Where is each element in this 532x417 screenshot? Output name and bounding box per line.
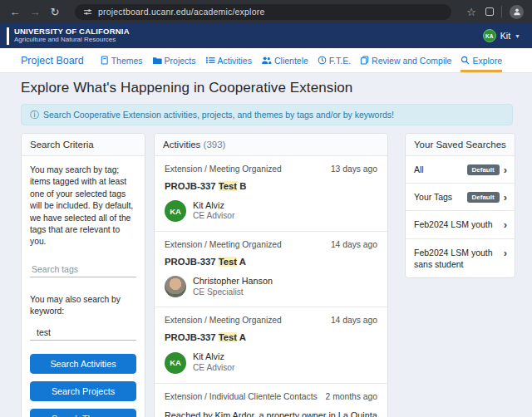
activity-title[interactable]: PROJB-337 Test A [165,257,377,267]
saved-search-all[interactable]: All Default › [406,156,515,184]
people-icon [261,56,272,65]
avatar-photo [165,276,186,297]
browser-forward-button[interactable]: → [28,7,42,17]
tab-fte[interactable]: F.T.E. [318,48,351,72]
browser-toolbar: ← → ↻ projectboard.ucanr.edu/academic/ex… [0,0,532,23]
browser-profile-icon[interactable] [510,5,524,19]
activity-category: Extension / Meeting Organized [165,164,282,174]
app-navbar: Project Board Themes Projects Activities… [0,48,532,73]
info-icon: ⓘ [30,110,39,120]
search-tags-input[interactable] [30,262,136,277]
keyword-input[interactable] [30,325,136,341]
user-menu[interactable]: KA Kit ▼ [483,29,520,42]
browser-refresh-button[interactable]: ↻ [48,7,62,17]
org-subtitle: Agriculture and Natural Resources [14,37,130,44]
avatar: KA [165,352,186,374]
activity-time: 14 days ago [331,316,377,325]
person-role: CE Specialist [193,287,273,298]
copy-icon [360,56,369,65]
search-projects-button[interactable]: Search Projects [30,381,136,401]
site-settings-icon[interactable] [83,7,92,17]
search-icon [461,56,470,65]
tab-review-and-compile[interactable]: Review and Compile [360,48,451,72]
highlighted-term: Test [219,181,237,191]
tab-themes[interactable]: Themes [100,48,143,72]
clock-icon [318,56,327,65]
activity-body: Reached by Kim Ardor, a property owner i… [165,409,377,417]
search-activities-button[interactable]: Search Activities [30,354,136,374]
person-role: CE Advisor [193,211,234,222]
activity-category: Extension / Individual Clientele Contact… [165,392,318,401]
person-name: Kit Alviz [193,200,234,211]
chevron-down-icon: ▼ [515,33,520,39]
user-name: Kit [500,31,510,41]
default-badge: Default [467,164,500,175]
user-avatar[interactable]: KA [483,29,496,42]
saved-search-item[interactable]: Feb2024 LSM youth › [406,211,515,238]
activity-title[interactable]: PROJB-337 Test B [165,181,377,191]
activity-item[interactable]: Extension / Meeting Organized 14 days ag… [155,307,387,383]
highlighted-term: Test [219,257,237,267]
person-name: Kit Alviz [193,351,234,362]
chevron-right-icon: › [504,219,507,230]
browser-back-button[interactable]: ← [8,7,22,17]
chevron-right-icon: › [504,248,507,258]
saved-searches-header: Your Saved Searches [406,134,515,156]
search-criteria-header: Search Criteria [22,134,145,156]
site-header: UNIVERSITY OF CALIFORNIA Agriculture and… [0,23,532,48]
brand-project-board[interactable]: Project Board [21,48,84,72]
tag-search-help-text: You may search by tag; items tagged with… [30,164,136,248]
chevron-right-icon: › [504,164,507,175]
tab-activities[interactable]: Activities [205,48,252,72]
search-themes-button[interactable]: Search Themes [30,409,136,417]
folder-icon [152,56,162,65]
activities-count: (393) [204,140,226,150]
keyword-help-text: You may also search by keyword: [30,294,136,318]
activity-item[interactable]: Extension / Individual Clientele Contact… [155,384,387,417]
bookmark-star-icon[interactable]: ☆ [465,7,478,17]
tab-projects[interactable]: Projects [152,48,196,72]
ucanr-logo-bar [7,27,9,45]
activity-category: Extension / Meeting Organized [165,316,282,325]
saved-searches-panel: Your Saved Searches All Default › Your T… [405,133,515,278]
info-alert: ⓘ Search Cooperative Extension activitie… [21,104,513,125]
activity-time: 13 days ago [331,164,377,174]
activities-panel: Activities (393) Extension / Meeting Org… [154,133,388,417]
list-icon [205,56,215,65]
journal-icon [100,56,109,65]
address-bar[interactable]: projectboard.ucanr.edu/academic/explore [75,4,451,20]
activity-time: 14 days ago [331,240,377,249]
tab-clientele[interactable]: Clientele [261,48,308,72]
toolbar-divider [501,6,502,17]
ucanr-logo: UNIVERSITY OF CALIFORNIA Agriculture and… [14,27,130,44]
info-alert-text: Search Cooperative Extension activities,… [43,110,394,120]
url-text: projectboard.ucanr.edu/academic/explore [98,7,264,17]
saved-search-item[interactable]: Feb2024 LSM youth sans student › [406,239,515,277]
activity-title[interactable]: PROJB-337 Test A [165,332,377,342]
person-role: CE Advisor [193,363,234,374]
activity-time: 2 months ago [326,392,377,401]
avatar: KA [165,200,186,222]
search-criteria-panel: Search Criteria You may search by tag; i… [21,133,145,417]
chevron-right-icon: › [504,192,507,203]
activity-item[interactable]: Extension / Meeting Organized 13 days ag… [155,156,387,232]
activities-header: Activities (393) [155,134,387,156]
person-name: Christopher Hanson [193,276,273,287]
activity-category: Extension / Meeting Organized [165,240,282,249]
tab-explore[interactable]: Explore [461,48,502,72]
saved-search-your-tags[interactable]: Your Tags Default › [406,184,515,211]
activity-item[interactable]: Extension / Meeting Organized 14 days ag… [155,232,387,307]
page-title: Explore What's Happening in Cooperative … [21,80,515,96]
default-badge: Default [467,192,500,203]
highlighted-term: Test [219,332,237,342]
tab-panel-icon[interactable] [485,7,494,16]
